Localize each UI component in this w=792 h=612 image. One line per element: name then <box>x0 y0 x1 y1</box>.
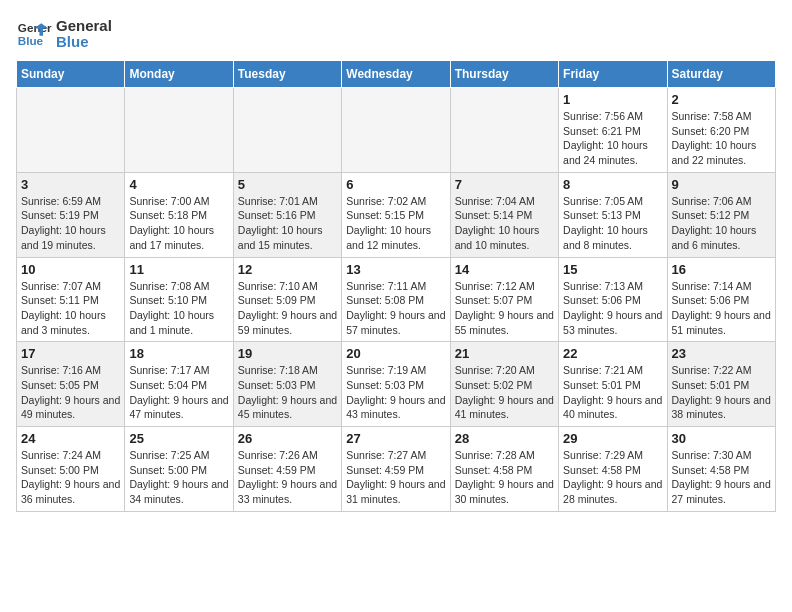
day-number: 22 <box>563 346 662 361</box>
day-number: 4 <box>129 177 228 192</box>
calendar-cell: 9Sunrise: 7:06 AM Sunset: 5:12 PM Daylig… <box>667 172 775 257</box>
calendar-cell <box>233 88 341 173</box>
calendar-cell <box>342 88 450 173</box>
calendar-cell: 17Sunrise: 7:16 AM Sunset: 5:05 PM Dayli… <box>17 342 125 427</box>
calendar-week-5: 24Sunrise: 7:24 AM Sunset: 5:00 PM Dayli… <box>17 427 776 512</box>
day-number: 5 <box>238 177 337 192</box>
day-header-tuesday: Tuesday <box>233 61 341 88</box>
calendar-cell: 28Sunrise: 7:28 AM Sunset: 4:58 PM Dayli… <box>450 427 558 512</box>
day-number: 7 <box>455 177 554 192</box>
calendar-header-row: SundayMondayTuesdayWednesdayThursdayFrid… <box>17 61 776 88</box>
logo: General Blue General Blue <box>16 16 112 52</box>
calendar-cell: 30Sunrise: 7:30 AM Sunset: 4:58 PM Dayli… <box>667 427 775 512</box>
calendar-cell: 23Sunrise: 7:22 AM Sunset: 5:01 PM Dayli… <box>667 342 775 427</box>
day-number: 11 <box>129 262 228 277</box>
day-number: 3 <box>21 177 120 192</box>
calendar-cell: 12Sunrise: 7:10 AM Sunset: 5:09 PM Dayli… <box>233 257 341 342</box>
day-info: Sunrise: 7:21 AM Sunset: 5:01 PM Dayligh… <box>563 363 662 422</box>
day-number: 17 <box>21 346 120 361</box>
calendar-cell: 13Sunrise: 7:11 AM Sunset: 5:08 PM Dayli… <box>342 257 450 342</box>
day-info: Sunrise: 7:22 AM Sunset: 5:01 PM Dayligh… <box>672 363 771 422</box>
day-info: Sunrise: 7:18 AM Sunset: 5:03 PM Dayligh… <box>238 363 337 422</box>
day-header-wednesday: Wednesday <box>342 61 450 88</box>
day-number: 15 <box>563 262 662 277</box>
calendar-cell <box>450 88 558 173</box>
day-number: 16 <box>672 262 771 277</box>
day-info: Sunrise: 7:28 AM Sunset: 4:58 PM Dayligh… <box>455 448 554 507</box>
day-info: Sunrise: 7:01 AM Sunset: 5:16 PM Dayligh… <box>238 194 337 253</box>
day-info: Sunrise: 6:59 AM Sunset: 5:19 PM Dayligh… <box>21 194 120 253</box>
day-info: Sunrise: 7:25 AM Sunset: 5:00 PM Dayligh… <box>129 448 228 507</box>
day-header-thursday: Thursday <box>450 61 558 88</box>
calendar-week-3: 10Sunrise: 7:07 AM Sunset: 5:11 PM Dayli… <box>17 257 776 342</box>
day-info: Sunrise: 7:00 AM Sunset: 5:18 PM Dayligh… <box>129 194 228 253</box>
day-number: 14 <box>455 262 554 277</box>
day-number: 25 <box>129 431 228 446</box>
calendar-cell: 4Sunrise: 7:00 AM Sunset: 5:18 PM Daylig… <box>125 172 233 257</box>
day-info: Sunrise: 7:26 AM Sunset: 4:59 PM Dayligh… <box>238 448 337 507</box>
calendar-cell: 1Sunrise: 7:56 AM Sunset: 6:21 PM Daylig… <box>559 88 667 173</box>
calendar-cell <box>17 88 125 173</box>
calendar-cell <box>125 88 233 173</box>
day-info: Sunrise: 7:04 AM Sunset: 5:14 PM Dayligh… <box>455 194 554 253</box>
day-info: Sunrise: 7:27 AM Sunset: 4:59 PM Dayligh… <box>346 448 445 507</box>
day-info: Sunrise: 7:30 AM Sunset: 4:58 PM Dayligh… <box>672 448 771 507</box>
day-number: 13 <box>346 262 445 277</box>
day-number: 28 <box>455 431 554 446</box>
day-info: Sunrise: 7:12 AM Sunset: 5:07 PM Dayligh… <box>455 279 554 338</box>
day-number: 21 <box>455 346 554 361</box>
calendar-cell: 19Sunrise: 7:18 AM Sunset: 5:03 PM Dayli… <box>233 342 341 427</box>
calendar-cell: 26Sunrise: 7:26 AM Sunset: 4:59 PM Dayli… <box>233 427 341 512</box>
calendar-cell: 2Sunrise: 7:58 AM Sunset: 6:20 PM Daylig… <box>667 88 775 173</box>
calendar-cell: 25Sunrise: 7:25 AM Sunset: 5:00 PM Dayli… <box>125 427 233 512</box>
day-number: 8 <box>563 177 662 192</box>
day-number: 26 <box>238 431 337 446</box>
day-info: Sunrise: 7:20 AM Sunset: 5:02 PM Dayligh… <box>455 363 554 422</box>
day-number: 12 <box>238 262 337 277</box>
calendar-cell: 21Sunrise: 7:20 AM Sunset: 5:02 PM Dayli… <box>450 342 558 427</box>
day-info: Sunrise: 7:56 AM Sunset: 6:21 PM Dayligh… <box>563 109 662 168</box>
day-info: Sunrise: 7:06 AM Sunset: 5:12 PM Dayligh… <box>672 194 771 253</box>
day-info: Sunrise: 7:16 AM Sunset: 5:05 PM Dayligh… <box>21 363 120 422</box>
header: General Blue General Blue <box>16 16 776 52</box>
day-info: Sunrise: 7:24 AM Sunset: 5:00 PM Dayligh… <box>21 448 120 507</box>
calendar-cell: 27Sunrise: 7:27 AM Sunset: 4:59 PM Dayli… <box>342 427 450 512</box>
day-info: Sunrise: 7:17 AM Sunset: 5:04 PM Dayligh… <box>129 363 228 422</box>
calendar-cell: 7Sunrise: 7:04 AM Sunset: 5:14 PM Daylig… <box>450 172 558 257</box>
day-number: 1 <box>563 92 662 107</box>
day-number: 20 <box>346 346 445 361</box>
day-info: Sunrise: 7:14 AM Sunset: 5:06 PM Dayligh… <box>672 279 771 338</box>
day-number: 2 <box>672 92 771 107</box>
calendar-cell: 3Sunrise: 6:59 AM Sunset: 5:19 PM Daylig… <box>17 172 125 257</box>
day-info: Sunrise: 7:02 AM Sunset: 5:15 PM Dayligh… <box>346 194 445 253</box>
day-info: Sunrise: 7:29 AM Sunset: 4:58 PM Dayligh… <box>563 448 662 507</box>
day-number: 29 <box>563 431 662 446</box>
logo-blue: Blue <box>56 34 112 51</box>
day-header-saturday: Saturday <box>667 61 775 88</box>
calendar-cell: 11Sunrise: 7:08 AM Sunset: 5:10 PM Dayli… <box>125 257 233 342</box>
calendar-week-1: 1Sunrise: 7:56 AM Sunset: 6:21 PM Daylig… <box>17 88 776 173</box>
day-number: 18 <box>129 346 228 361</box>
calendar-cell: 15Sunrise: 7:13 AM Sunset: 5:06 PM Dayli… <box>559 257 667 342</box>
calendar: SundayMondayTuesdayWednesdayThursdayFrid… <box>16 60 776 512</box>
day-number: 10 <box>21 262 120 277</box>
day-info: Sunrise: 7:19 AM Sunset: 5:03 PM Dayligh… <box>346 363 445 422</box>
day-number: 23 <box>672 346 771 361</box>
calendar-cell: 22Sunrise: 7:21 AM Sunset: 5:01 PM Dayli… <box>559 342 667 427</box>
calendar-cell: 14Sunrise: 7:12 AM Sunset: 5:07 PM Dayli… <box>450 257 558 342</box>
calendar-cell: 20Sunrise: 7:19 AM Sunset: 5:03 PM Dayli… <box>342 342 450 427</box>
day-number: 19 <box>238 346 337 361</box>
day-number: 27 <box>346 431 445 446</box>
day-header-friday: Friday <box>559 61 667 88</box>
day-info: Sunrise: 7:08 AM Sunset: 5:10 PM Dayligh… <box>129 279 228 338</box>
day-number: 9 <box>672 177 771 192</box>
calendar-cell: 5Sunrise: 7:01 AM Sunset: 5:16 PM Daylig… <box>233 172 341 257</box>
calendar-cell: 6Sunrise: 7:02 AM Sunset: 5:15 PM Daylig… <box>342 172 450 257</box>
calendar-week-2: 3Sunrise: 6:59 AM Sunset: 5:19 PM Daylig… <box>17 172 776 257</box>
calendar-cell: 29Sunrise: 7:29 AM Sunset: 4:58 PM Dayli… <box>559 427 667 512</box>
day-info: Sunrise: 7:07 AM Sunset: 5:11 PM Dayligh… <box>21 279 120 338</box>
calendar-week-4: 17Sunrise: 7:16 AM Sunset: 5:05 PM Dayli… <box>17 342 776 427</box>
day-info: Sunrise: 7:05 AM Sunset: 5:13 PM Dayligh… <box>563 194 662 253</box>
day-number: 6 <box>346 177 445 192</box>
logo-icon: General Blue <box>16 16 52 52</box>
